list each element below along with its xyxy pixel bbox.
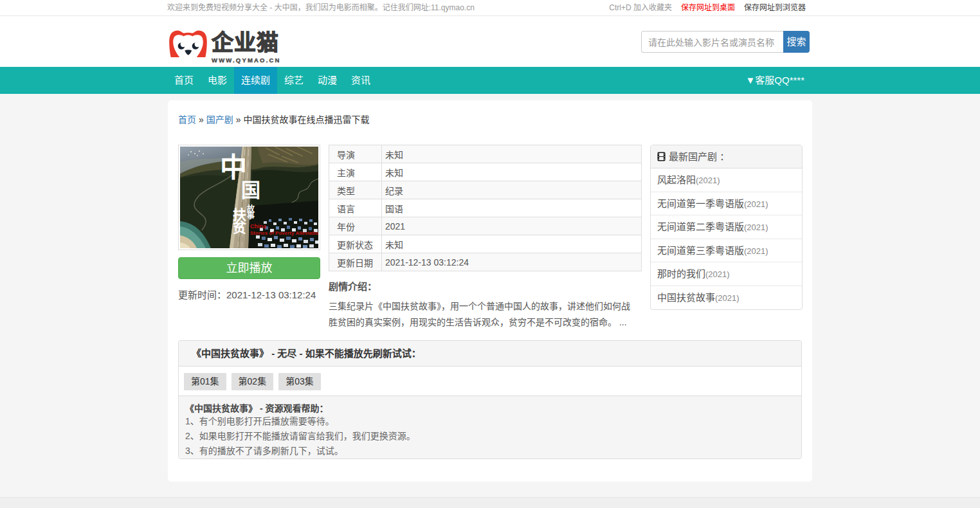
svg-text:Stories of Poverty Alleviation: Stories of Poverty Alleviation	[250, 230, 318, 236]
svg-text:国: 国	[241, 179, 260, 201]
svg-text:贫: 贫	[233, 220, 247, 235]
svg-text:China: China	[250, 223, 267, 230]
svg-text:事: 事	[247, 211, 255, 221]
svg-text:中: 中	[220, 153, 247, 183]
